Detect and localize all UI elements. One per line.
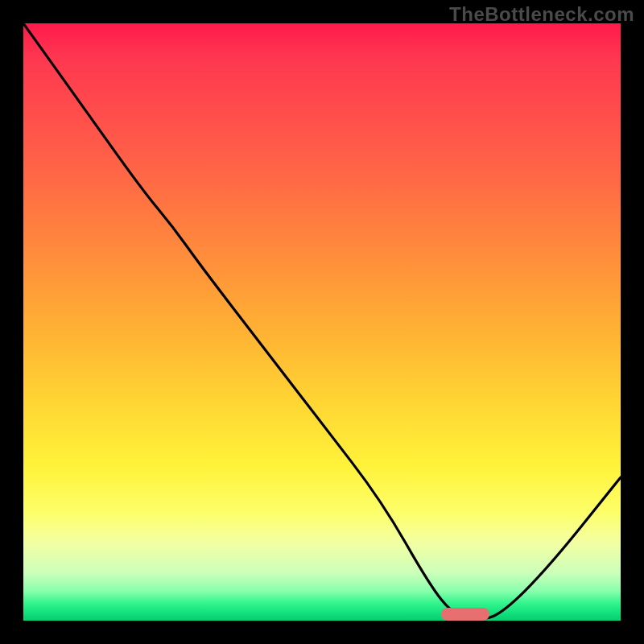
watermark-text: TheBottleneck.com	[449, 3, 634, 26]
optimal-marker	[441, 608, 489, 621]
plot-area	[21, 21, 623, 623]
chart-frame: TheBottleneck.com	[0, 0, 644, 644]
bottleneck-curve	[23, 23, 621, 621]
